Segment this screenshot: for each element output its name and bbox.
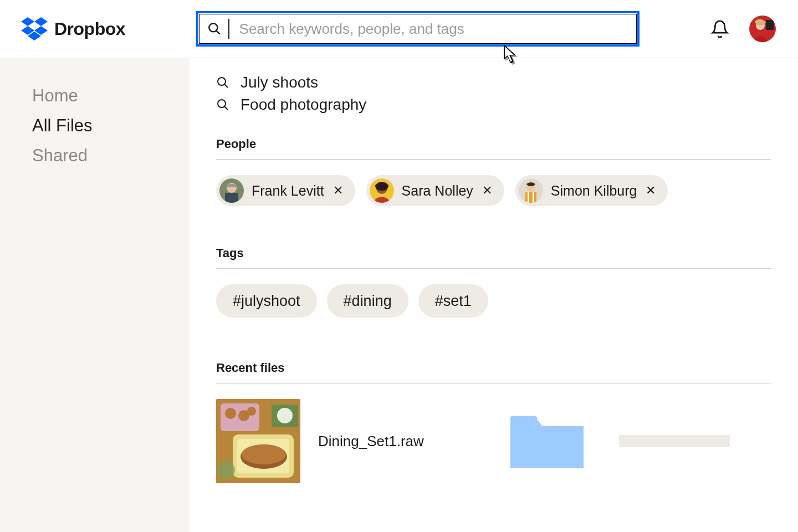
svg-line-13	[224, 106, 228, 110]
file-name-placeholder	[619, 435, 730, 447]
remove-chip-icon[interactable]: ✕	[482, 183, 492, 198]
svg-line-6	[217, 30, 220, 34]
svg-point-36	[277, 408, 293, 423]
remove-chip-icon[interactable]: ✕	[333, 183, 343, 198]
svg-rect-22	[525, 192, 536, 203]
search-box[interactable]	[196, 11, 640, 47]
user-avatar[interactable]	[749, 16, 776, 42]
people-chip[interactable]: Simon Kilburg ✕	[515, 175, 668, 206]
search-icon	[216, 76, 229, 89]
person-name: Sara Nolley	[402, 183, 473, 199]
search-icon	[207, 22, 222, 36]
search-suggestion[interactable]: July shoots	[216, 74, 771, 91]
svg-rect-24	[533, 192, 534, 203]
search-container	[196, 11, 640, 47]
file-thumbnail[interactable]	[216, 399, 300, 483]
svg-marker-0	[21, 17, 34, 26]
notifications-icon[interactable]	[710, 19, 729, 38]
folder-icon[interactable]	[508, 411, 586, 472]
search-input[interactable]	[239, 21, 629, 38]
svg-point-33	[242, 444, 286, 464]
svg-point-27	[225, 408, 236, 419]
divider	[216, 383, 771, 383]
sidebar-item-all-files[interactable]: All Files	[32, 116, 190, 136]
svg-rect-9	[766, 20, 774, 30]
brand-name: Dropbox	[54, 19, 125, 39]
tag-chip[interactable]: #set1	[418, 284, 488, 318]
svg-point-5	[209, 23, 217, 32]
divider	[216, 268, 771, 269]
people-chip[interactable]: Sara Nolley ✕	[366, 175, 504, 206]
suggestion-text: Food photography	[241, 96, 366, 114]
sidebar-item-home[interactable]: Home	[32, 86, 190, 106]
section-header-tags: Tags	[216, 246, 771, 260]
tag-chip[interactable]: #dining	[327, 284, 408, 318]
brand-logo[interactable]: Dropbox	[21, 17, 125, 40]
svg-point-29	[247, 407, 256, 416]
remove-chip-icon[interactable]: ✕	[646, 183, 656, 198]
svg-rect-23	[528, 192, 529, 203]
sidebar-item-shared[interactable]: Shared	[32, 146, 190, 166]
search-dropdown: July shoots Food photography People Fran…	[190, 58, 798, 532]
text-caret	[228, 19, 229, 39]
sidebar: Home All Files Shared	[0, 58, 190, 532]
svg-point-34	[217, 461, 235, 479]
divider	[216, 159, 771, 160]
svg-point-12	[218, 100, 226, 108]
svg-rect-37	[510, 416, 537, 423]
person-name: Simon Kilburg	[551, 183, 637, 199]
search-suggestion[interactable]: Food photography	[216, 96, 771, 114]
svg-marker-1	[34, 17, 48, 26]
search-icon	[216, 98, 229, 111]
dropbox-icon	[21, 17, 48, 40]
svg-rect-16	[225, 193, 238, 203]
tag-chip[interactable]: #julyshoot	[216, 284, 317, 318]
person-name: Frank Levitt	[252, 183, 324, 199]
section-header-recent: Recent files	[216, 361, 771, 375]
svg-line-11	[224, 84, 228, 88]
suggestion-text: July shoots	[241, 74, 318, 91]
people-chip[interactable]: Frank Levitt ✕	[216, 175, 355, 206]
person-avatar	[519, 178, 543, 203]
person-avatar	[219, 178, 244, 203]
section-header-people: People	[216, 137, 771, 151]
svg-rect-17	[227, 184, 236, 187]
person-avatar	[370, 178, 394, 203]
file-name[interactable]: Dining_Set1.raw	[318, 433, 424, 450]
svg-point-10	[218, 78, 226, 85]
